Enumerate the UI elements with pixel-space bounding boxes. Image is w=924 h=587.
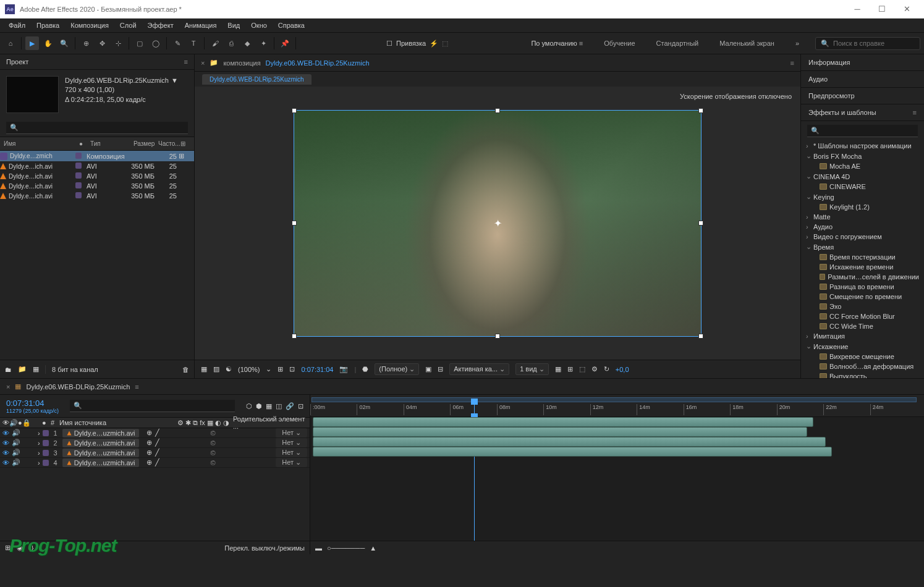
audio-panel-tab[interactable]: Аудио (801, 71, 924, 88)
effect-item[interactable]: Выпуклость (803, 371, 922, 378)
work-area-bar[interactable] (312, 397, 917, 402)
viewport[interactable]: Ускорение отображения отключено ✦ (195, 87, 800, 360)
col-extra[interactable]: ⊞ (177, 139, 185, 148)
timeline-layer[interactable]: 👁🔊›1Dyldy.e…uzmich.avi⊕╱©Нет ⌄ (0, 428, 310, 438)
effect-item[interactable]: Волнооб…ая деформация (803, 361, 922, 371)
new-comp-icon[interactable]: ▦ (33, 365, 39, 373)
effects-search[interactable]: 🔍 (807, 125, 918, 137)
view-opt4-icon[interactable]: ⚙ (591, 365, 598, 373)
effect-item[interactable]: Эхо (803, 302, 922, 311)
transparency-icon[interactable]: ▨ (213, 365, 219, 373)
text-tool[interactable]: T (187, 36, 200, 50)
workspace-default[interactable]: По умолчанию ≡ (526, 37, 588, 49)
effects-search-input[interactable] (823, 127, 914, 135)
effect-item[interactable]: Время постеризации (803, 252, 922, 262)
zoom-level[interactable]: (100%) (238, 366, 260, 373)
channel-icon[interactable]: ⬣ (362, 365, 368, 373)
clone-tool[interactable]: ⎙ (224, 36, 238, 50)
menu-справка[interactable]: Справка (273, 20, 310, 30)
effect-item[interactable]: Смещение по времени (803, 292, 922, 302)
effect-category[interactable]: ›Matte (803, 212, 922, 222)
timeline-layer[interactable]: 👁🔊›2Dyldy.e…uzmich.avi⊕╱©Нет ⌄ (0, 438, 310, 448)
draft-icon[interactable]: ⊟ (438, 365, 443, 373)
track-clip[interactable] (313, 427, 807, 437)
viewer-compname[interactable]: Dyldy.e06.WEB-DLRip.25Kuzmich (266, 59, 370, 67)
reset-exposure-icon[interactable]: ↻ (604, 365, 609, 373)
effect-category[interactable]: ⌄Время (803, 242, 922, 252)
zoom-tool[interactable]: 🔍 (57, 36, 71, 50)
project-search-input[interactable] (22, 124, 184, 132)
pen-tool[interactable]: ✎ (171, 36, 184, 50)
zoom-in-icon[interactable]: ▲ (370, 544, 376, 552)
menu-файл[interactable]: Файл (4, 20, 30, 30)
tl-icon-1[interactable]: ⬡ (246, 402, 252, 410)
menu-композиция[interactable]: Композиция (66, 20, 114, 30)
menu-окно[interactable]: Окно (246, 20, 272, 30)
view-opt2-icon[interactable]: ⊞ (567, 365, 573, 373)
help-search[interactable]: 🔍 (815, 37, 920, 50)
menu-эффект[interactable]: Эффект (143, 20, 179, 30)
zoom-out-icon[interactable]: ▬ (315, 544, 322, 552)
minimize-button[interactable]: ─ (845, 1, 870, 18)
view-opt3-icon[interactable]: ⬚ (579, 365, 585, 373)
video-frame[interactable]: ✦ (294, 110, 701, 337)
timeline-layer[interactable]: 👁🔊›4Dyldy.e…uzmich.avi⊕╱©Нет ⌄ (0, 458, 310, 468)
preview-panel-tab[interactable]: Предпросмотр (801, 88, 924, 104)
project-row[interactable]: Dyldy.e…ich.aviAVI350 МБ25 (0, 191, 194, 201)
project-row[interactable]: Dyldy.e…ich.aviAVI350 МБ25 (0, 171, 194, 181)
snap-bounds-icon[interactable]: ⬚ (442, 40, 448, 48)
tl-foot-icon2[interactable]: ◉ (17, 544, 23, 552)
orbit-tool[interactable]: ⊕ (79, 36, 93, 50)
pan-behind-tool[interactable]: ✥ (95, 36, 109, 50)
mask-icon[interactable]: ☯ (226, 365, 232, 373)
camera-dropdown[interactable]: Активная ка... ⌄ (449, 363, 509, 375)
effect-category[interactable]: ⌄Boris FX Mocha (803, 151, 922, 161)
effects-panel-menu[interactable]: ≡ (913, 109, 917, 116)
tl-foot-icon3[interactable]: {} (29, 544, 33, 552)
timeline-timecode[interactable]: 0:07:31:04 (6, 399, 59, 408)
effect-category[interactable]: ›Видео с погружением (803, 232, 922, 242)
home-button[interactable]: ⌂ (4, 36, 17, 50)
effect-category[interactable]: ›Аудио (803, 222, 922, 232)
effect-item[interactable]: Вихревое смещение (803, 352, 922, 361)
anchor-icon[interactable]: ✦ (494, 217, 502, 229)
track-clip[interactable] (313, 417, 813, 427)
effect-item[interactable]: Разница во времени (803, 282, 922, 292)
col-label[interactable]: ● (75, 139, 87, 148)
effect-category[interactable]: ⌄Keying (803, 192, 922, 202)
menu-вид[interactable]: Вид (223, 20, 245, 30)
tl-icon-5[interactable]: 🔗 (286, 402, 294, 410)
timeline-search[interactable]: 🔍 (70, 400, 235, 412)
grid-icon[interactable]: ▦ (201, 365, 207, 373)
menu-анимация[interactable]: Анимация (180, 20, 222, 30)
view-opt1-icon[interactable]: ▦ (555, 365, 561, 373)
col-size[interactable]: Размер (130, 139, 155, 148)
zoom-slider[interactable]: ○─────── (327, 544, 365, 552)
ellipse-tool[interactable]: ◯ (149, 36, 163, 50)
menu-слой[interactable]: Слой (115, 20, 142, 30)
track-clip[interactable] (313, 437, 826, 447)
help-search-input[interactable] (833, 40, 915, 47)
effect-item[interactable]: Mocha AE (803, 161, 922, 171)
effect-category[interactable]: ⌄CINEMA 4D (803, 171, 922, 182)
puppet-tool[interactable]: 📌 (278, 36, 292, 50)
info-panel-tab[interactable]: Информация (801, 54, 924, 71)
interpret-icon[interactable]: 🖿 (5, 366, 12, 373)
trash-icon[interactable]: 🗑 (182, 366, 189, 373)
menu-правка[interactable]: Правка (32, 20, 64, 30)
roto-tool[interactable]: ✦ (256, 36, 270, 50)
rect-tool[interactable]: ▢ (133, 36, 146, 50)
project-row[interactable]: Dyldy.e…ich.aviAVI350 МБ25 (0, 181, 194, 191)
tl-foot-icon1[interactable]: ⊞ (5, 544, 11, 552)
effect-category[interactable]: ›Имитация (803, 331, 922, 341)
effect-category[interactable]: ›* Шаблоны настроек анимации (803, 141, 922, 151)
toggle-switches[interactable]: Перекл. выключ./режимы (224, 544, 305, 552)
timeline-tab-name[interactable]: Dyldy.e06.WEB-DLRip.25Kuzmich (26, 383, 130, 391)
col-source[interactable]: Имя источника (59, 419, 177, 426)
effect-item[interactable]: Keylight (1.2) (803, 202, 922, 212)
timeline-layer[interactable]: 👁🔊›3Dyldy.e…uzmich.avi⊕╱©Нет ⌄ (0, 448, 310, 458)
quality-dropdown[interactable]: (Полное) ⌄ (375, 363, 419, 375)
project-search[interactable]: 🔍 (6, 122, 188, 134)
project-row[interactable]: Dyldy.e…zmichКомпозиция25⊞ (0, 151, 194, 161)
comp-dropdown-icon[interactable]: ▼ (171, 76, 178, 85)
